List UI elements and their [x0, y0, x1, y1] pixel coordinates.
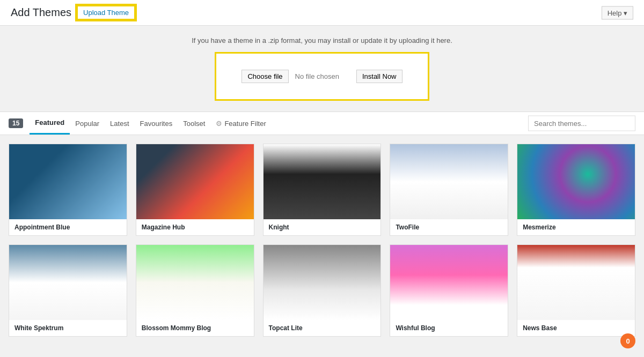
upload-box: Choose file No file chosen Install Now	[215, 52, 429, 101]
theme-thumbnail	[390, 144, 508, 219]
upload-info-text: If you have a theme in a .zip format, yo…	[11, 36, 633, 44]
theme-name: Appointment Blue	[9, 219, 127, 235]
theme-card[interactable]: News Base	[517, 244, 635, 337]
theme-name: White Spektrum	[9, 320, 127, 336]
theme-card[interactable]: White Spektrum	[9, 244, 127, 337]
install-now-button[interactable]: Install Now	[356, 70, 402, 83]
theme-card[interactable]: Appointment Blue	[9, 144, 127, 236]
theme-thumbnail	[264, 245, 381, 320]
theme-name: Magazine Hub	[136, 219, 254, 235]
theme-thumbnail	[517, 245, 635, 320]
theme-card[interactable]: TwoFile	[390, 144, 508, 236]
theme-thumbnail	[136, 245, 254, 320]
theme-name: News Base	[517, 320, 635, 336]
theme-thumbnail	[264, 144, 381, 219]
theme-card[interactable]: Topcat Lite	[263, 244, 382, 337]
theme-name: Knight	[264, 219, 381, 235]
tab-toolset[interactable]: Toolset	[178, 113, 210, 134]
corner-badge: 0	[620, 333, 635, 345]
tab-featured[interactable]: Featured	[30, 112, 70, 135]
theme-name: Mesmerize	[517, 219, 635, 235]
theme-card[interactable]: Knight	[263, 144, 382, 236]
theme-name: Wishful Blog	[390, 320, 508, 336]
page-title: Add Themes	[11, 6, 71, 19]
theme-card[interactable]: Mesmerize	[517, 144, 635, 236]
theme-thumbnail	[517, 144, 635, 219]
tab-popular[interactable]: Popular	[70, 113, 105, 134]
tab-favourites[interactable]: Favourites	[135, 113, 178, 134]
theme-card[interactable]: Wishful Blog	[390, 244, 508, 337]
page-header: Add Themes Upload Theme Help ▾	[0, 0, 644, 26]
upload-area: If you have a theme in a .zip format, yo…	[0, 26, 644, 111]
theme-thumbnail	[9, 144, 127, 219]
themes-grid: Appointment BlueMagazine HubKnightTwoFil…	[0, 135, 644, 345]
help-button[interactable]: Help ▾	[602, 6, 633, 19]
upload-theme-button[interactable]: Upload Theme	[77, 5, 135, 20]
theme-thumbnail	[136, 144, 254, 219]
theme-name: Blossom Mommy Blog	[136, 320, 254, 336]
tab-feature-filter[interactable]: ⚙ Feature Filter	[210, 113, 271, 134]
theme-name: TwoFile	[390, 219, 508, 235]
choose-file-button[interactable]: Choose file	[241, 70, 288, 83]
upload-box-inner: Choose file No file chosen Install Now	[238, 70, 406, 83]
theme-count-badge: 15	[9, 118, 23, 128]
theme-thumbnail	[9, 245, 127, 320]
search-themes-input[interactable]	[528, 116, 635, 131]
tab-latest[interactable]: Latest	[105, 113, 134, 134]
theme-thumbnail	[390, 245, 508, 320]
theme-name: Topcat Lite	[264, 320, 381, 336]
theme-card[interactable]: Magazine Hub	[136, 144, 254, 236]
tabs-bar: 15 Featured Popular Latest Favourites To…	[0, 111, 644, 135]
gear-icon: ⚙	[216, 120, 222, 128]
no-file-label: No file chosen	[295, 72, 339, 80]
theme-card[interactable]: Blossom Mommy Blog	[136, 244, 254, 337]
